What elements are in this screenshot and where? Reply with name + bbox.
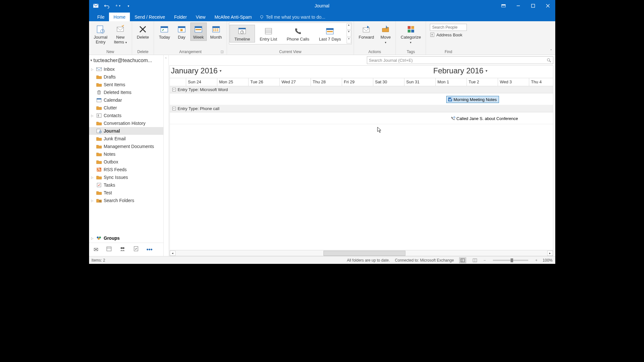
day-button[interactable]: Day: [174, 23, 190, 41]
address-book-button[interactable]: Address Book: [430, 32, 467, 37]
move-label: Move▾: [380, 35, 391, 45]
nav-groups[interactable]: ▷ Groups: [89, 232, 163, 243]
nav-folder-label: Contacts: [104, 113, 122, 118]
touch-mouse-mode-icon[interactable]: ▾: [115, 3, 121, 9]
folder-icon: [96, 121, 102, 126]
nav-mail-icon[interactable]: ✉: [94, 246, 98, 253]
scroll-left-icon[interactable]: ◂: [170, 251, 176, 256]
tab-file[interactable]: File: [93, 13, 109, 21]
journal-entry[interactable]: WMorning Meeting Notes: [446, 96, 499, 103]
svg-rect-27: [215, 29, 216, 30]
timeline-group-header[interactable]: −Entry Type: Phone call: [170, 105, 553, 112]
word-entry-icon: W: [448, 97, 452, 102]
categorize-button[interactable]: Categorize▾: [398, 23, 424, 46]
delete-button[interactable]: Delete: [134, 23, 152, 41]
tell-me-search[interactable]: Tell me what you want to do...: [259, 14, 325, 21]
today-icon: [159, 24, 169, 34]
nav-folder-search-folders[interactable]: ▷Search Folders: [89, 197, 163, 204]
view-phone-calls-button[interactable]: Phone Calls: [282, 25, 314, 42]
nav-folder-calendar[interactable]: Calendar: [89, 96, 163, 104]
customize-qat-icon[interactable]: ▾: [126, 3, 132, 9]
timeline-group-header[interactable]: −Entry Type: Microsoft Word: [170, 86, 553, 93]
day-column: Tue 26: [248, 78, 263, 86]
tab-mcafee[interactable]: McAfee Anti-Spam: [210, 13, 256, 21]
month-heading-january[interactable]: January 2016 ▾: [171, 66, 222, 75]
search-people-input[interactable]: [430, 24, 467, 31]
svg-rect-13: [117, 27, 123, 32]
sent-icon: [96, 82, 102, 87]
nav-folder-contacts[interactable]: ▷Contacts: [89, 112, 163, 119]
day-column: Thu 28: [311, 78, 326, 86]
delete-label: Delete: [137, 35, 149, 40]
nav-people-icon[interactable]: [120, 246, 125, 253]
nav-folder-tasks[interactable]: Tasks: [89, 181, 163, 189]
maximize-button[interactable]: [526, 0, 540, 12]
new-items-button[interactable]: New Items ▾: [111, 23, 130, 46]
search-folder-icon: [96, 198, 102, 203]
svg-rect-28: [217, 29, 218, 30]
journal-entry-button[interactable]: Journal Entry: [91, 23, 111, 46]
tab-view[interactable]: View: [191, 13, 210, 21]
zoom-out-icon[interactable]: −: [484, 258, 486, 263]
close-button[interactable]: [540, 0, 555, 12]
nav-folder-deleted-items[interactable]: Deleted Items: [89, 88, 163, 96]
svg-rect-47: [408, 30, 411, 32]
scroll-track[interactable]: [176, 251, 547, 256]
tab-home[interactable]: Home: [109, 13, 130, 21]
nav-folder-journal[interactable]: Journal: [89, 127, 163, 135]
nav-folder-conversation-history[interactable]: Conversation History: [89, 119, 163, 127]
nav-folder-outbox[interactable]: Outbox: [89, 158, 163, 166]
search-journal-input[interactable]: Search Journal (Ctrl+E): [367, 56, 553, 64]
gallery-scroll[interactable]: ▲▼▾: [347, 23, 351, 44]
nav-more-icon[interactable]: •••: [147, 246, 153, 253]
nav-folder-drafts[interactable]: Drafts: [89, 73, 163, 81]
arrangement-launcher-icon[interactable]: ◲: [220, 50, 224, 54]
view-timeline-button[interactable]: Timeline: [230, 25, 255, 42]
current-view-gallery: Timeline Entry List Phone Calls Last 7 D…: [229, 23, 352, 44]
nav-folder-inbox[interactable]: ▷Inbox: [89, 65, 163, 73]
month-button[interactable]: Month: [207, 23, 225, 41]
collapse-ribbon-icon[interactable]: ˄: [547, 48, 555, 55]
account-header[interactable]: tucteacher@teachucom...: [89, 55, 163, 65]
nav-calendar-icon[interactable]: [106, 246, 112, 253]
ribbon-display-options-icon[interactable]: [496, 0, 511, 12]
nav-folder-rss-feeds[interactable]: RSS Feeds: [89, 166, 163, 173]
collapse-group-icon[interactable]: −: [172, 107, 176, 110]
timeline-icon: [237, 26, 247, 36]
today-button[interactable]: Today: [156, 23, 173, 41]
view-reading-icon[interactable]: [471, 257, 478, 263]
undo-icon[interactable]: [104, 3, 110, 9]
entry-label: Called Jane S. about Conference: [457, 116, 518, 121]
view-normal-icon[interactable]: [459, 257, 466, 263]
junk-icon: [96, 136, 102, 141]
nav-folder-management-documents[interactable]: Management Documents: [89, 143, 163, 150]
zoom-slider[interactable]: [493, 260, 528, 261]
qat-send-receive-all-icon[interactable]: [93, 3, 99, 9]
nav-folder-sent-items[interactable]: Sent Items: [89, 81, 163, 88]
minimize-button[interactable]: [511, 0, 526, 12]
month-heading-february[interactable]: February 2016 ▾: [433, 66, 487, 75]
timeline-horizontal-scrollbar[interactable]: ◂ ▸: [170, 250, 553, 256]
journal-entry[interactable]: Called Jane S. about Conference: [449, 115, 520, 122]
nav-folder-notes[interactable]: Notes: [89, 150, 163, 158]
scroll-thumb[interactable]: [323, 251, 405, 256]
nav-folder-clutter[interactable]: Clutter: [89, 104, 163, 112]
forward-button[interactable]: Forward: [356, 23, 377, 41]
collapse-group-icon[interactable]: −: [172, 88, 176, 91]
week-button[interactable]: Week: [190, 23, 207, 41]
nav-tasks-icon[interactable]: [133, 246, 139, 253]
tab-send-receive[interactable]: Send / Receive: [130, 13, 169, 21]
scroll-right-icon[interactable]: ▸: [547, 251, 553, 256]
zoom-in-icon[interactable]: +: [535, 258, 538, 263]
ribbon-tabs: File Home Send / Receive Folder View McA…: [89, 12, 555, 21]
nav-folder-test[interactable]: Test: [89, 189, 163, 197]
svg-rect-45: [408, 26, 411, 29]
view-last-7-days-button[interactable]: Last 7 Days: [314, 25, 346, 42]
nav-folder-junk-email[interactable]: Junk Email: [89, 135, 163, 143]
nav-collapse-handle[interactable]: ‹: [164, 55, 169, 256]
move-button[interactable]: Move▾: [377, 23, 394, 46]
svg-rect-22: [195, 26, 202, 28]
nav-folder-sync-issues[interactable]: ▷Sync Issues: [89, 173, 163, 181]
tab-folder[interactable]: Folder: [169, 13, 191, 21]
view-entry-list-button[interactable]: Entry List: [255, 25, 282, 42]
